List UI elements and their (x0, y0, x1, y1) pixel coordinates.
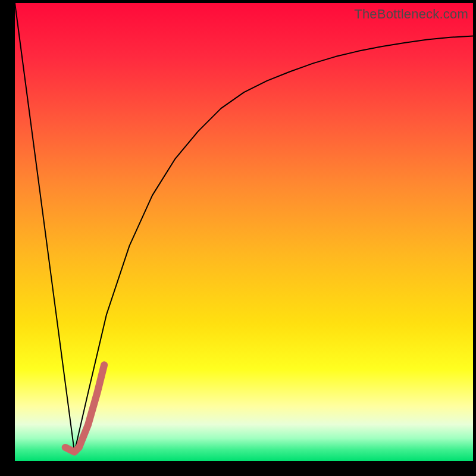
series-left-descent (15, 3, 74, 452)
chart-svg (15, 3, 473, 461)
chart-frame: TheBottleneck.com (0, 0, 476, 476)
plot-area: TheBottleneck.com (15, 3, 473, 461)
series-right-asymptotic (74, 36, 473, 452)
